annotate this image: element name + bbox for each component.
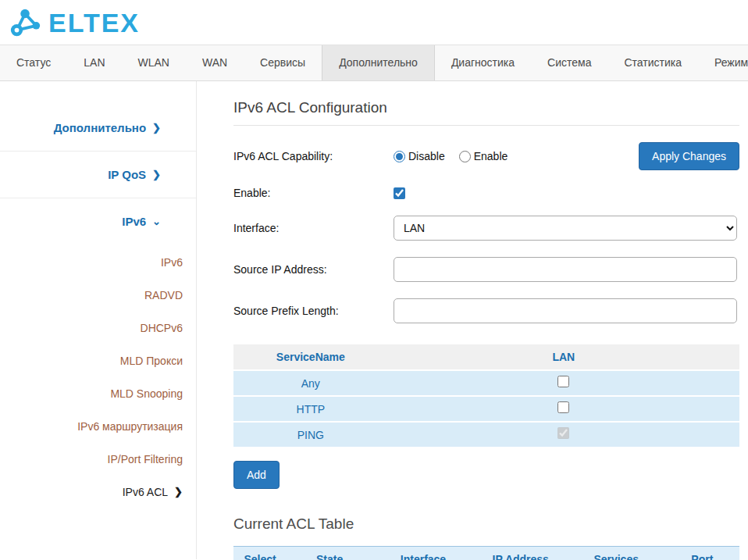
sidebar-group-label: Дополнительно xyxy=(54,121,146,134)
sidebar-item-radvd[interactable]: RADVD xyxy=(0,279,183,312)
service-name: HTTP xyxy=(233,403,388,416)
sidebar-item-mld-snooping[interactable]: MLD Snooping xyxy=(0,377,183,410)
chevron-down-icon: ⌄ xyxy=(152,216,161,227)
state-header: State xyxy=(287,553,372,560)
table-row: HTTP xyxy=(233,397,739,421)
tab-lan[interactable]: LAN xyxy=(67,45,121,80)
eltex-logo: ELTEX xyxy=(8,5,140,40)
interface-row: Interface: LAN xyxy=(233,216,739,241)
sidebar-group-label: IPv6 xyxy=(122,215,146,228)
page: ELTEX Статус LAN WLAN WAN Сервисы Дополн… xyxy=(0,0,748,560)
service-table: ServiceName LAN Any HTTP PING xyxy=(233,344,739,447)
service-table-header: ServiceName LAN xyxy=(233,344,739,369)
service-name: Any xyxy=(233,377,388,390)
source-ip-input[interactable] xyxy=(394,257,737,282)
tab-status[interactable]: Статус xyxy=(0,45,67,80)
interface-label: Interface: xyxy=(233,222,394,234)
table-row: PING xyxy=(233,423,739,447)
tab-diagnostics[interactable]: Диагностика xyxy=(435,45,531,80)
port-header: Port xyxy=(665,553,739,560)
sidebar-item-ipv6[interactable]: IPv6 xyxy=(0,246,183,279)
service-ping-checkbox xyxy=(557,427,569,439)
enable-radio-option[interactable]: Enable xyxy=(459,150,508,162)
header: ELTEX xyxy=(0,0,748,45)
ip-address-header: IP Address xyxy=(474,553,568,560)
select-header: Select xyxy=(233,553,287,560)
acl-table-header: Select State Interface IP Address Servic… xyxy=(233,546,739,560)
sidebar-item-advanced[interactable]: Дополнительно ❯ xyxy=(0,105,196,151)
main-panel: IPv6 ACL Configuration IPv6 ACL Capabili… xyxy=(197,81,748,559)
sidebar-group-label: IP QoS xyxy=(108,168,146,181)
chevron-right-icon: ❯ xyxy=(174,476,183,508)
tab-mode[interactable]: Режим работы xyxy=(698,45,748,80)
page-title: IPv6 ACL Configuration xyxy=(233,99,739,126)
source-prefix-label: Source Prefix Length: xyxy=(233,305,394,317)
services-header: Services xyxy=(568,553,665,560)
logo-text: ELTEX xyxy=(48,9,140,36)
tab-system[interactable]: Система xyxy=(531,45,607,80)
service-http-checkbox[interactable] xyxy=(557,401,569,413)
source-ip-row: Source IP Address: xyxy=(233,257,739,282)
source-prefix-row: Source Prefix Length: xyxy=(233,298,739,323)
tab-statistics[interactable]: Статистика xyxy=(607,45,698,80)
enable-row: Enable: xyxy=(233,187,739,199)
disable-radio-option[interactable]: Disable xyxy=(394,150,445,162)
eltex-logo-icon xyxy=(8,5,44,40)
service-any-checkbox[interactable] xyxy=(557,376,569,387)
sidebar-active-label: IPv6 ACL xyxy=(123,476,168,508)
capability-row: IPv6 ACL Capability: Disable Enable Appl… xyxy=(233,142,739,170)
source-ip-label: Source IP Address: xyxy=(233,263,394,276)
add-button[interactable]: Add xyxy=(233,461,280,489)
sidebar-item-ip-port-filtering[interactable]: IP/Port Filtering xyxy=(0,443,183,476)
main-nav: Статус LAN WLAN WAN Сервисы Дополнительн… xyxy=(0,45,748,81)
enable-radio[interactable] xyxy=(459,151,471,162)
sidebar-item-ipv6-routing[interactable]: IPv6 маршрутизация xyxy=(0,410,183,443)
service-name-header: ServiceName xyxy=(233,351,388,363)
sidebar-ipv6-submenu: IPv6 RADVD DHCPv6 MLD Прокси MLD Snoopin… xyxy=(0,246,196,476)
table-row: Any xyxy=(233,371,739,395)
apply-changes-button[interactable]: Apply Changes xyxy=(639,142,739,170)
sidebar-item-ipv6-group[interactable]: IPv6 ⌄ xyxy=(0,198,196,244)
service-name: PING xyxy=(233,429,388,441)
enable-label: Enable: xyxy=(233,187,394,199)
tab-services[interactable]: Сервисы xyxy=(244,45,322,80)
source-prefix-input[interactable] xyxy=(394,298,737,323)
tab-wlan[interactable]: WLAN xyxy=(122,45,186,80)
acl-table-title: Current ACL Table xyxy=(233,515,740,533)
chevron-right-icon: ❯ xyxy=(152,169,161,180)
sidebar-item-mld-proxy[interactable]: MLD Прокси xyxy=(0,344,183,377)
sidebar-item-dhcpv6[interactable]: DHCPv6 xyxy=(0,312,183,344)
capability-label: IPv6 ACL Capability: xyxy=(233,150,394,162)
tab-wan[interactable]: WAN xyxy=(186,45,244,80)
sidebar: Дополнительно ❯ IP QoS ❯ IPv6 ⌄ IPv6 RAD… xyxy=(0,81,197,559)
enable-radio-label: Enable xyxy=(474,150,508,162)
sidebar-item-ip-qos[interactable]: IP QoS ❯ xyxy=(0,152,196,198)
disable-radio[interactable] xyxy=(394,151,405,162)
lan-header: LAN xyxy=(388,351,739,363)
capability-radio-group: Disable Enable xyxy=(394,150,508,162)
chevron-right-icon: ❯ xyxy=(152,122,161,134)
enable-checkbox[interactable] xyxy=(394,187,405,199)
content: Дополнительно ❯ IP QoS ❯ IPv6 ⌄ IPv6 RAD… xyxy=(0,81,748,559)
tab-advanced[interactable]: Дополнительно xyxy=(322,45,435,80)
interface-select[interactable]: LAN xyxy=(394,216,737,241)
interface-header: Interface xyxy=(372,553,474,560)
disable-radio-label: Disable xyxy=(408,150,445,162)
sidebar-item-ipv6-acl[interactable]: IPv6 ACL ❯ xyxy=(0,476,196,508)
